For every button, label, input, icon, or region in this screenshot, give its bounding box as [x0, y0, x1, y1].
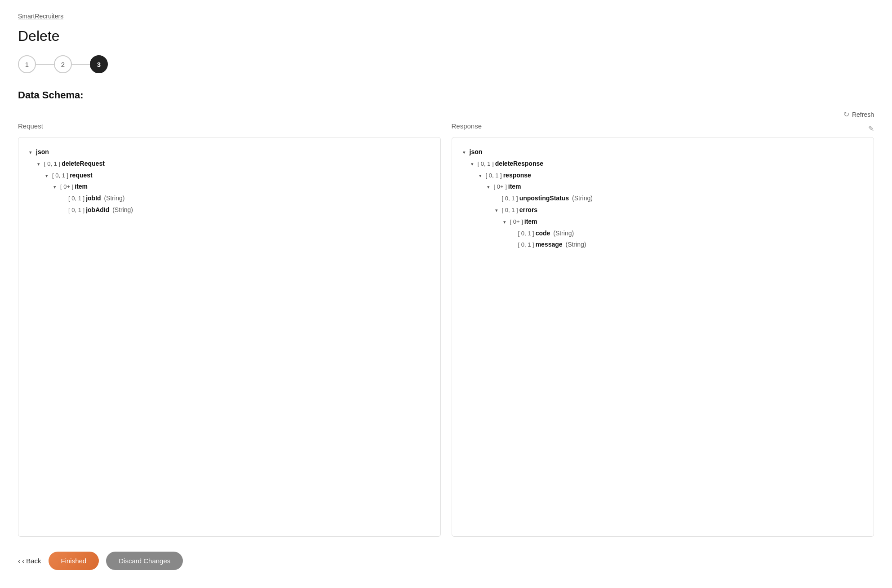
chevron-icon[interactable]: ▾: [463, 148, 468, 157]
chevron-icon[interactable]: ▾: [487, 183, 493, 191]
request-tree: ▾ json ▾ [ 0, 1 ] deleteRequest ▾ [ 0, 1…: [29, 146, 430, 216]
step-line-2: [72, 64, 90, 65]
tree-node: ▾ [ 0+ ] item: [503, 216, 863, 228]
discard-changes-button[interactable]: Discard Changes: [106, 552, 183, 570]
tree-node: ▾ [ 0, 1 ] message (String): [511, 239, 863, 251]
tree-node: ▾ [ 0, 1 ] request: [45, 170, 430, 181]
chevron-icon[interactable]: ▾: [29, 148, 35, 157]
tree-node: ▾ [ 0, 1 ] response: [479, 170, 863, 181]
refresh-row: ↻ Refresh: [18, 110, 874, 119]
section-title: Data Schema:: [18, 89, 874, 101]
tree-node: ▾ json: [29, 146, 430, 158]
tree-node: ▾ [ 0, 1 ] code (String): [511, 228, 863, 239]
chevron-icon[interactable]: ▾: [471, 160, 476, 168]
chevron-icon[interactable]: ▾: [37, 160, 43, 168]
refresh-icon: ↻: [843, 110, 849, 119]
tree-node: ▾ [ 0, 1 ] deleteResponse: [471, 158, 863, 170]
chevron-icon[interactable]: ▾: [479, 172, 484, 180]
request-panel-label: Request: [18, 122, 441, 130]
response-panel: ▾ json ▾ [ 0, 1 ] deleteResponse ▾ [ 0, …: [452, 137, 874, 537]
page-wrapper: SmartRecruiters Delete 1 2 3 Data Schema…: [0, 0, 892, 588]
bottom-bar: ‹ ‹ Back Finished Discard Changes: [18, 537, 874, 570]
step-2[interactable]: 2: [54, 55, 72, 73]
tree-node: ▾ [ 0, 1 ] jobId (String): [62, 193, 430, 204]
tree-node: ▾ [ 0, 1 ] errors: [495, 204, 863, 216]
schema-panels: ▾ json ▾ [ 0, 1 ] deleteRequest ▾ [ 0, 1…: [18, 137, 874, 537]
tree-node: ▾ [ 0+ ] item: [53, 181, 430, 193]
chevron-icon[interactable]: ▾: [503, 218, 509, 226]
edit-response-button[interactable]: ✎: [868, 124, 874, 133]
tree-node: ▾ [ 0+ ] item: [487, 181, 863, 193]
step-line-1: [36, 64, 54, 65]
chevron-icon[interactable]: ▾: [53, 183, 59, 191]
chevron-icon[interactable]: ▾: [45, 172, 51, 180]
response-panel-label: Response: [452, 122, 482, 130]
back-icon: ‹: [18, 557, 20, 565]
tree-node: ▾ [ 0, 1 ] jobAdId (String): [62, 204, 430, 216]
step-3[interactable]: 3: [90, 55, 108, 73]
edit-icon: ✎: [868, 125, 874, 133]
breadcrumb-link[interactable]: SmartRecruiters: [18, 13, 874, 20]
stepper: 1 2 3: [18, 55, 874, 73]
tree-node: ▾ [ 0, 1 ] deleteRequest: [37, 158, 430, 170]
page-title: Delete: [18, 28, 874, 44]
request-panel: ▾ json ▾ [ 0, 1 ] deleteRequest ▾ [ 0, 1…: [18, 137, 441, 537]
response-tree: ▾ json ▾ [ 0, 1 ] deleteResponse ▾ [ 0, …: [463, 146, 863, 251]
step-1[interactable]: 1: [18, 55, 36, 73]
tree-node: ▾ json: [463, 146, 863, 158]
chevron-icon[interactable]: ▾: [495, 206, 501, 215]
finished-button[interactable]: Finished: [49, 552, 99, 570]
refresh-button[interactable]: ↻ Refresh: [843, 110, 874, 119]
tree-node: ▾ [ 0, 1 ] unpostingStatus (String): [495, 193, 863, 204]
back-button[interactable]: ‹ ‹ Back: [18, 557, 41, 565]
